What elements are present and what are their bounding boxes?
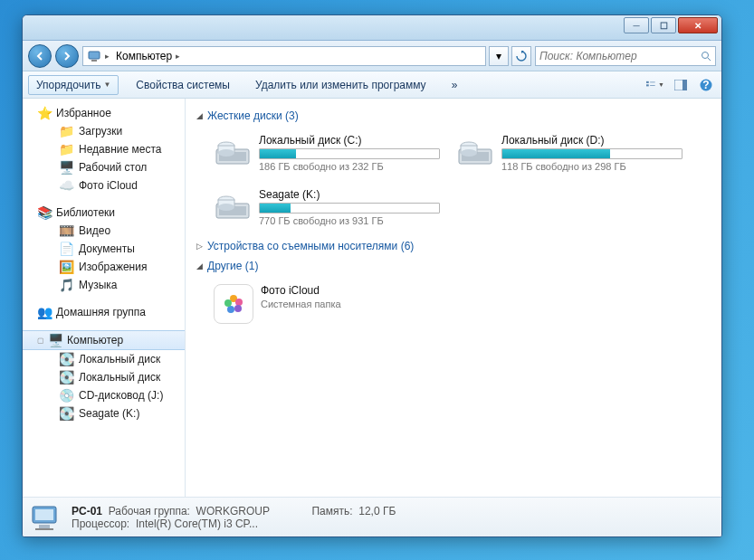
help-button[interactable]: ? xyxy=(696,75,716,95)
homegroup-icon: 👥 xyxy=(37,305,52,319)
libraries-icon: 📚 xyxy=(37,205,52,220)
refresh-icon xyxy=(516,51,527,62)
item-label: Изображения xyxy=(79,261,147,273)
homegroup-header[interactable]: 👥 Домашняя группа xyxy=(23,303,185,321)
status-memory: 12,0 ГБ xyxy=(358,505,396,517)
svg-point-30 xyxy=(227,306,234,313)
svg-rect-6 xyxy=(650,81,655,82)
search-icon xyxy=(701,51,711,62)
forward-button[interactable] xyxy=(55,44,79,68)
svg-rect-0 xyxy=(89,52,100,59)
dropdown-icon: ▼ xyxy=(658,81,664,88)
group-removable-label: Устройства со съемными носителями (6) xyxy=(207,240,414,252)
sidebar-item-icloud[interactable]: ☁️Фото iCloud xyxy=(23,176,185,195)
sidebar-item-downloads[interactable]: 📁Загрузки xyxy=(23,122,185,140)
toolbar-more-button[interactable]: » xyxy=(444,75,466,95)
libraries-group: 📚 Библиотеки 🎞️Видео 📄Документы 🖼️Изобра… xyxy=(23,204,185,294)
sidebar-item-localdisk-c[interactable]: 💽Локальный диск xyxy=(23,350,185,368)
group-hdd[interactable]: ◢ Жесткие диски (3) xyxy=(196,109,711,122)
item-label: Документы xyxy=(79,242,135,255)
libraries-label: Библиотеки xyxy=(56,206,115,219)
sidebar-item-music[interactable]: 🎵Музыка xyxy=(23,276,185,294)
minimize-button[interactable]: ─ xyxy=(624,17,649,33)
breadcrumb-computer[interactable]: Компьютер ▸ xyxy=(113,49,186,63)
cd-icon: 💿 xyxy=(59,388,74,403)
system-properties-button[interactable]: Свойства системы xyxy=(128,75,238,95)
maximize-button[interactable]: ☐ xyxy=(651,17,676,33)
svg-line-3 xyxy=(708,58,711,61)
titlebar: ─ ☐ ✕ xyxy=(23,15,721,41)
uninstall-program-button[interactable]: Удалить или изменить программу xyxy=(247,75,434,95)
group-removable[interactable]: ▷ Устройства со съемными носителями (6) xyxy=(196,240,711,252)
drive-icon xyxy=(214,188,252,223)
drive-icon: 💽 xyxy=(59,352,74,366)
svg-rect-1 xyxy=(91,60,97,62)
item-label: Музыка xyxy=(79,279,117,291)
svg-rect-5 xyxy=(646,84,649,86)
preview-pane-icon xyxy=(674,80,687,90)
organize-button[interactable]: Упорядочить ▼ xyxy=(28,75,119,95)
address-bar[interactable]: ▸ Компьютер ▸ xyxy=(82,46,486,66)
sidebar-item-cddrive[interactable]: 💿CD-дисковод (J:) xyxy=(23,386,185,404)
preview-pane-button[interactable] xyxy=(671,75,691,95)
star-icon: ⭐ xyxy=(37,106,52,120)
sidebar-item-videos[interactable]: 🎞️Видео xyxy=(23,222,185,240)
group-other[interactable]: ◢ Другие (1) xyxy=(196,260,711,272)
caret-down-icon: ◢ xyxy=(196,261,203,271)
view-options-button[interactable]: ▼ xyxy=(645,75,665,95)
svg-point-16 xyxy=(218,149,234,157)
drive-icon: 💽 xyxy=(59,370,74,384)
drive-freetext: 770 ГБ свободно из 931 ГБ xyxy=(259,215,440,226)
search-input[interactable] xyxy=(539,50,701,62)
drive-item[interactable]: Локальный диск (C:)186 ГБ свободно из 23… xyxy=(209,129,444,176)
sidebar-item-pictures[interactable]: 🖼️Изображения xyxy=(23,258,185,276)
back-button[interactable] xyxy=(28,44,52,68)
drive-freetext: 186 ГБ свободно из 232 ГБ xyxy=(259,161,440,172)
computer-icon xyxy=(87,49,101,63)
search-box[interactable] xyxy=(535,46,716,66)
sidebar-item-documents[interactable]: 📄Документы xyxy=(23,240,185,258)
usage-bar xyxy=(501,148,682,159)
video-icon: 🎞️ xyxy=(59,223,74,238)
svg-rect-33 xyxy=(35,509,53,520)
status-cpu: Intel(R) Core(TM) i3 CP... xyxy=(136,517,258,530)
other-item[interactable]: Фото iCloudСистемная папка xyxy=(209,280,444,328)
navigation-row: ▸ Компьютер ▸ ▾ xyxy=(23,41,721,71)
photos-icon xyxy=(214,284,253,324)
explorer-window: ─ ☐ ✕ ▸ Компьютер ▸ ▾ Упорядочить xyxy=(22,14,722,537)
drive-item[interactable]: Seagate (K:)770 ГБ свободно из 931 ГБ xyxy=(209,184,444,231)
svg-rect-35 xyxy=(35,528,53,530)
svg-rect-9 xyxy=(682,80,687,90)
status-memory-lbl: Память: xyxy=(311,505,352,517)
computer-large-icon xyxy=(30,503,62,532)
drive-item[interactable]: Локальный диск (D:)118 ГБ свободно из 29… xyxy=(452,129,687,176)
svg-point-31 xyxy=(224,299,232,307)
item-label: Фото iCloud xyxy=(79,179,138,192)
dropdown-icon: ▼ xyxy=(103,81,110,89)
usage-bar xyxy=(259,148,440,159)
computer-group: ▢ 🖥️ Компьютер 💽Локальный диск 💽Локальны… xyxy=(23,330,185,422)
group-other-label: Другие (1) xyxy=(207,260,258,272)
sidebar-item-localdisk-d[interactable]: 💽Локальный диск xyxy=(23,368,185,386)
sidebar-item-seagate[interactable]: 💽Seagate (K:) xyxy=(23,404,185,422)
computer-icon: 🖥️ xyxy=(48,333,63,347)
caret-down-icon: ◢ xyxy=(196,111,203,120)
sidebar-item-desktop[interactable]: 🖥️Рабочий стол xyxy=(23,158,185,176)
body: ⭐ Избранное 📁Загрузки 📁Недавние места 🖥️… xyxy=(23,99,721,497)
music-icon: 🎵 xyxy=(59,278,74,292)
svg-point-21 xyxy=(461,149,477,157)
organize-label: Упорядочить xyxy=(36,79,100,91)
libraries-header[interactable]: 📚 Библиотеки xyxy=(23,204,185,222)
svg-rect-34 xyxy=(39,525,50,528)
recent-icon: 📁 xyxy=(59,142,74,157)
favorites-header[interactable]: ⭐ Избранное xyxy=(23,104,185,122)
other-list: Фото iCloudСистемная папка xyxy=(196,280,711,328)
history-dropdown[interactable]: ▾ xyxy=(489,46,509,66)
sidebar-item-recent[interactable]: 📁Недавние места xyxy=(23,140,185,158)
view-icon xyxy=(646,79,656,91)
close-button[interactable]: ✕ xyxy=(678,17,718,33)
computer-header[interactable]: ▢ 🖥️ Компьютер xyxy=(23,330,185,350)
drive-icon xyxy=(214,134,252,168)
refresh-button[interactable] xyxy=(511,46,531,66)
help-icon: ? xyxy=(700,79,712,91)
